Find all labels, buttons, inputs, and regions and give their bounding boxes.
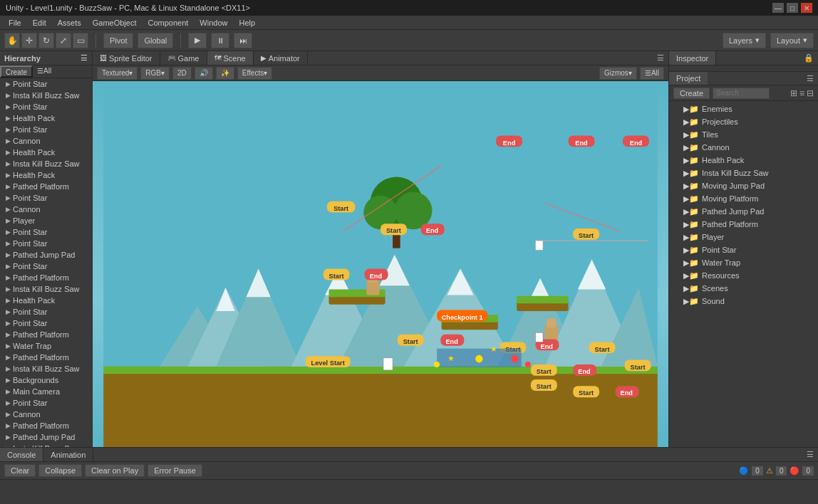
hierarchy-item[interactable]: ▶Pathed Jump Pad [0,249,92,261]
hierarchy-item[interactable]: ▶Main Camera [0,386,92,397]
pivot-button[interactable]: Pivot [103,33,133,48]
hierarchy-item[interactable]: ▶Point Star [0,306,92,317]
menu-assets[interactable]: Assets [52,17,87,28]
project-folder-item[interactable]: ▶📁Insta Kill Buzz Saw [669,167,818,179]
menu-edit[interactable]: Edit [27,17,52,28]
hierarchy-item[interactable]: ▶Insta Kill Buzz Saw [0,158,92,169]
hierarchy-item[interactable]: ▶Cannon [0,135,92,147]
maximize-button[interactable]: □ [787,3,798,13]
scale-tool[interactable]: ⤢ [56,33,71,48]
project-folder-item[interactable]: ▶📁Tiles [669,128,818,141]
project-folder-item[interactable]: ▶📁Cannon [669,141,818,154]
hierarchy-item[interactable]: ▶Insta Kill Buzz Saw [0,90,92,101]
project-folder-item[interactable]: ▶📁Enemies [669,103,818,115]
rotate-tool[interactable]: ↻ [38,33,54,48]
hierarchy-item[interactable]: ▶Pathed Platform [0,272,92,283]
project-folder-item[interactable]: ▶📁Water Trap [669,256,818,269]
hierarchy-item[interactable]: ▶Health Pack [0,112,92,124]
tab-scene[interactable]: 🗺 Scene [207,51,254,65]
project-folder-item[interactable]: ▶📁Sound [669,295,818,308]
hierarchy-item[interactable]: ▶Cannon [0,204,92,215]
hierarchy-item[interactable]: ▶Point Star [0,397,92,409]
tab-animation[interactable]: Animation [43,448,93,461]
inspector-lock-icon[interactable]: 🔒 [804,53,814,63]
project-icon-btn-1[interactable]: ⊞ [790,88,797,98]
minimize-button[interactable]: — [772,3,784,13]
tab-inspector[interactable]: Inspector [669,51,716,65]
project-folder-item[interactable]: ▶📁Projectiles [669,115,818,128]
hierarchy-item[interactable]: ▶Pathed Platform [0,420,92,431]
hierarchy-item[interactable]: ▶Pathed Jump Pad [0,431,92,443]
layout-dropdown[interactable]: Layout ▾ [770,33,814,48]
project-folder-item[interactable]: ▶📁Scenes [669,282,818,295]
hierarchy-item[interactable]: ▶Point Star [0,192,92,204]
move-tool[interactable]: ✛ [21,33,37,48]
rgb-dropdown[interactable]: RGB ▾ [140,67,170,80]
hierarchy-item[interactable]: ▶Point Star [0,238,92,249]
menu-file[interactable]: File [3,17,27,28]
scene-close-icon[interactable]: ☰ [657,53,664,63]
hierarchy-item[interactable]: ▶Health Pack [0,169,92,181]
project-create-btn[interactable]: Create [673,88,710,99]
global-button[interactable]: Global [138,33,173,48]
project-search-input[interactable] [713,88,770,99]
project-folder-item[interactable]: ▶📁Player [669,231,818,243]
project-icon-btn-3[interactable]: ⊟ [807,88,814,98]
hierarchy-item[interactable]: ▶Cannon [0,409,92,420]
hierarchy-item[interactable]: ▶Pathed Platform [0,181,92,192]
project-folder-item[interactable]: ▶📁Moving Platform [669,192,818,205]
project-folder-item[interactable]: ▶📁Health Pack [669,154,818,167]
hierarchy-item[interactable]: ▶Insta Kill Buzz Saw [0,363,92,374]
rect-tool[interactable]: ▭ [73,33,88,48]
fx-button[interactable]: ✨ [216,67,234,80]
hierarchy-item[interactable]: ▶Player [0,215,92,226]
project-icon-btn-2[interactable]: ≡ [799,88,804,98]
hierarchy-item[interactable]: ▶Point Star [0,101,92,112]
hierarchy-item[interactable]: ▶Health Pack [0,295,92,306]
layers-dropdown[interactable]: Layers ▾ [723,33,766,48]
tab-game[interactable]: 🎮 Game [160,51,207,65]
hierarchy-item[interactable]: ▶Pathed Platform [0,329,92,340]
clear-on-play-btn[interactable]: Clear on Play [85,464,145,477]
menu-window[interactable]: Window [194,17,233,28]
hierarchy-item[interactable]: ▶Pathed Platform [0,352,92,363]
project-folder-item[interactable]: ▶📁Pathed Platform [669,218,818,231]
hierarchy-item[interactable]: ▶Point Star [0,124,92,135]
hierarchy-item[interactable]: ▶Point Star [0,78,92,90]
effects-dropdown[interactable]: Effects ▾ [237,67,272,80]
play-button[interactable]: ▶ [188,33,207,48]
hierarchy-item[interactable]: ▶Health Pack [0,147,92,158]
hierarchy-menu-icon[interactable]: ☰ [81,53,88,63]
step-button[interactable]: ⏭ [234,33,252,48]
hierarchy-item[interactable]: ▶Point Star [0,226,92,238]
project-folder-item[interactable]: ▶📁Moving Jump Pad [669,179,818,192]
project-folder-item[interactable]: ▶📁Point Star [669,243,818,256]
close-button[interactable]: ✕ [801,3,812,13]
textured-dropdown[interactable]: Textured ▾ [97,67,138,80]
gizmos-dropdown[interactable]: Gizmos ▾ [599,67,637,80]
hierarchy-item[interactable]: ▶Point Star [0,317,92,329]
all-dropdown[interactable]: ☰All [640,67,664,80]
hand-tool[interactable]: ✋ [4,33,20,48]
2d-button[interactable]: 2D [172,67,192,80]
hierarchy-search[interactable]: ☰All [33,65,56,78]
clear-btn[interactable]: Clear [4,464,36,477]
menu-help[interactable]: Help [233,17,261,28]
collapse-btn[interactable]: Collapse [38,464,82,477]
project-folder-item[interactable]: ▶📁Resources [669,269,818,282]
project-folder-item[interactable]: ▶📁Pathed Jump Pad [669,205,818,218]
menu-component[interactable]: Component [142,17,194,28]
hierarchy-create-btn[interactable]: Create [0,65,33,78]
pause-button[interactable]: ⏸ [211,33,229,48]
tab-console[interactable]: Console [0,448,43,461]
tab-project[interactable]: Project [669,72,708,85]
hierarchy-item[interactable]: ▶Insta Kill Buzz Saw [0,283,92,295]
tab-animator[interactable]: ▶ Animator [254,51,308,65]
scene-view[interactable]: Start End End End Start End Start S [93,81,668,447]
menu-gameobject[interactable]: GameObject [87,17,143,28]
hierarchy-item[interactable]: ▶Point Star [0,261,92,272]
error-pause-btn[interactable]: Error Pause [147,464,202,477]
console-menu-icon[interactable]: ☰ [807,450,814,459]
tab-sprite-editor[interactable]: 🖼 Sprite Editor [93,51,160,65]
project-menu-icon[interactable]: ☰ [807,74,818,83]
